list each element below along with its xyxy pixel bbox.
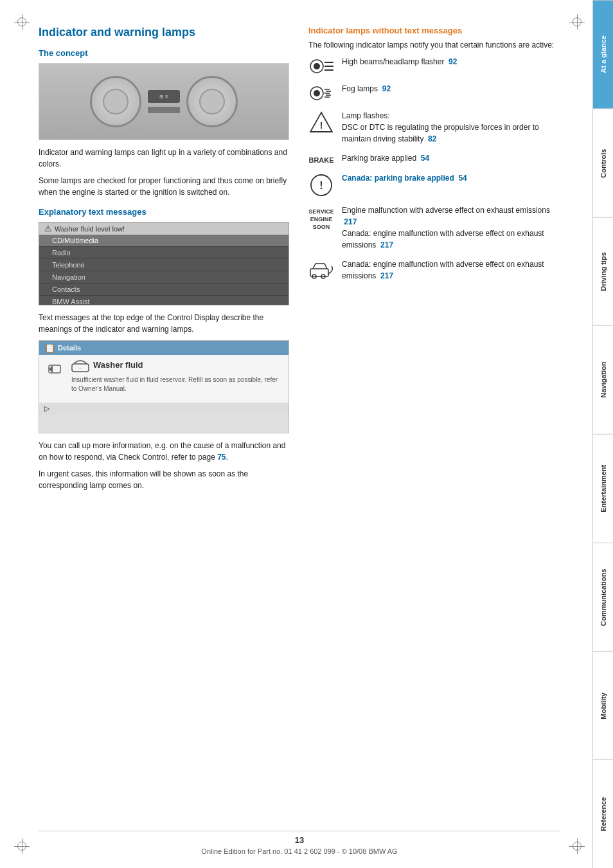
canada-brake-icon: !	[308, 172, 334, 197]
concept-text1: Indicator and warning lamps can light up…	[39, 147, 289, 170]
lamp-row-dsc: ! Lamp flashes: DSC or DTC is regulating…	[308, 110, 567, 145]
svg-marker-1	[49, 365, 53, 373]
tab-mobility[interactable]: Mobility	[593, 651, 613, 760]
right-intro-text: The following indicator lamps notify you…	[308, 39, 567, 51]
tab-controls[interactable]: Controls	[593, 109, 613, 217]
cd-warning-row: ⚠ Washer fluid level low!	[39, 222, 289, 235]
section-title-left: Indicator and warning lamps	[39, 26, 289, 39]
svg-text:!: !	[320, 120, 323, 131]
tab-at-a-glance[interactable]: At a glance	[593, 0, 613, 109]
svg-point-10	[314, 90, 320, 96]
cd-menu-cd: CD/Multimedia	[39, 235, 289, 247]
lamp-row-brake: BRAKE Parking brake applied 54	[308, 152, 567, 165]
tab-driving-tips[interactable]: Driving tips	[593, 217, 613, 326]
details-image: 📋 Details	[39, 340, 289, 433]
body-text3: Text messages at the top edge of the Con…	[39, 312, 289, 335]
washer-fluid-icon: ~	[71, 360, 89, 373]
canada-exhaust-desc: Canada: engine malfunction with adverse …	[342, 258, 567, 282]
details-nav-bar: ▷	[39, 402, 289, 415]
cd-menu-telephone: Telephone	[39, 259, 289, 271]
dsc-icon: !	[308, 110, 334, 133]
two-column-layout: Indicator and warning lamps The concept …	[39, 26, 567, 496]
service-engine-page-ref[interactable]: 217	[344, 217, 357, 226]
canada-exhaust-page-ref2[interactable]: 217	[380, 271, 393, 280]
tab-navigation[interactable]: Navigation	[593, 325, 613, 434]
dashboard-image: ⊞ ≡	[39, 63, 289, 140]
high-beams-desc: High beams/headlamp flasher 92	[342, 56, 567, 68]
high-beams-icon	[308, 56, 334, 75]
page-number: 13	[39, 835, 560, 845]
footer-text: Online Edition for Part no. 01 41 2 602 …	[201, 847, 397, 855]
canada-exhaust-icon	[308, 258, 334, 280]
cd-menu-navigation: Navigation	[39, 271, 289, 284]
side-tabs: At a glance Controls Driving tips Naviga…	[592, 0, 613, 868]
left-column: Indicator and warning lamps The concept …	[39, 26, 289, 496]
dsc-page-ref[interactable]: 82	[428, 134, 436, 143]
section-title-right: Indicator lamps without text messages	[308, 26, 567, 35]
details-icon-row: ~ Washer fluid Insufficient washer fluid…	[46, 360, 282, 393]
svg-text:!: !	[319, 180, 323, 191]
fog-lamp-icon	[308, 83, 334, 102]
details-body: ~ Washer fluid Insufficient washer fluid…	[39, 355, 289, 402]
concept-text2: Some lamps are checked for proper functi…	[39, 175, 289, 198]
main-content: Indicator and warning lamps The concept …	[0, 0, 592, 868]
fog-lamps-page-ref[interactable]: 92	[382, 84, 391, 93]
details-header-bar: 📋 Details	[39, 341, 289, 355]
body-text4: You can call up more information, e.g. o…	[39, 440, 289, 463]
svg-point-5	[314, 63, 320, 69]
service-engine-desc: Engine malfunction with adverse effect o…	[342, 204, 567, 251]
page-ref-75[interactable]: 75	[217, 453, 226, 462]
high-beams-page-ref[interactable]: 92	[449, 57, 457, 66]
lamp-row-canada-brake: ! Canada: parking brake applied 54	[308, 172, 567, 197]
cd-menu-bmw-assist: BMW Assist	[39, 296, 289, 305]
canada-exhaust-page-ref[interactable]: 217	[380, 240, 393, 249]
lamp-row-fog: Fog lamps 92	[308, 83, 567, 102]
canada-brake-desc: Canada: parking brake applied 54	[342, 172, 567, 184]
canada-brake-page-ref[interactable]: 54	[458, 174, 466, 183]
cd-menu-radio: Radio	[39, 247, 289, 259]
brake-desc: Parking brake applied 54	[342, 152, 567, 164]
body-text5: In urgent cases, this information will b…	[39, 468, 289, 491]
control-display-image: ⚠ Washer fluid level low! CD/Multimedia …	[39, 222, 289, 305]
dsc-desc: Lamp flashes: DSC or DTC is regulating t…	[342, 110, 567, 145]
cd-menu-contacts: Contacts	[39, 284, 289, 296]
brake-icon: BRAKE	[308, 152, 334, 165]
lamp-row-service-engine: SERVICEENGINESOON Engine malfunction wit…	[308, 204, 567, 251]
svg-text:~: ~	[79, 365, 82, 371]
details-nav-arrow	[46, 360, 65, 375]
concept-subtitle: The concept	[39, 48, 289, 58]
brake-page-ref[interactable]: 54	[421, 154, 429, 163]
lamp-row-canada-exhaust: Canada: engine malfunction with adverse …	[308, 258, 567, 282]
tab-communications[interactable]: Communications	[593, 543, 613, 651]
tab-entertainment[interactable]: Entertainment	[593, 434, 613, 543]
explanatory-subtitle: Explanatory text messages	[39, 207, 289, 217]
lamp-row-high-beams: High beams/headlamp flasher 92	[308, 56, 567, 75]
service-engine-icon: SERVICEENGINESOON	[308, 204, 334, 231]
right-column: Indicator lamps without text messages Th…	[308, 26, 567, 496]
footer: 13 Online Edition for Part no. 01 41 2 6…	[39, 831, 560, 855]
fog-lamps-desc: Fog lamps 92	[342, 83, 567, 95]
washer-icon-row: ~ Washer fluid	[71, 360, 282, 373]
tab-reference[interactable]: Reference	[593, 759, 613, 868]
